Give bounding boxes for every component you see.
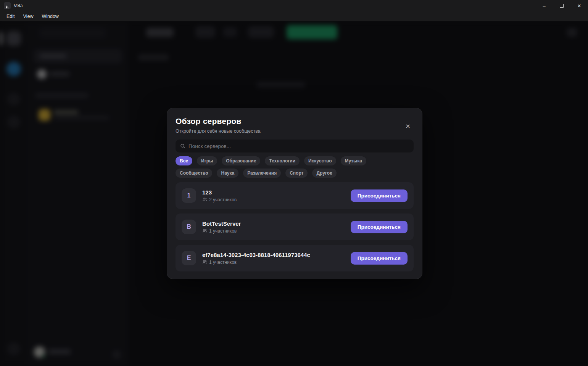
category-chip-all[interactable]: Все (176, 156, 192, 165)
modal-subtitle: Откройте для себя новые сообщества (176, 128, 414, 134)
close-window-button[interactable]: ✕ (570, 0, 588, 11)
maximize-button[interactable] (553, 0, 570, 11)
server-list: 1 123 2 участников Присоединиться B (176, 182, 414, 271)
join-server-button[interactable]: Присоединиться (351, 221, 408, 233)
category-filter-chips: Все Игры Образование Технологии Искусств… (176, 156, 389, 178)
category-chip-community[interactable]: Сообщество (176, 169, 212, 178)
server-name: BotTestServer (202, 220, 351, 227)
server-avatar: B (182, 220, 196, 234)
maximize-icon (560, 4, 564, 8)
modal-title: Обзор серверов (176, 117, 414, 126)
join-server-button[interactable]: Присоединиться (351, 189, 408, 202)
members-count: 1 участников (209, 260, 237, 265)
modal-close-button[interactable]: ✕ (404, 122, 412, 130)
window-titlebar: Vela – ✕ (0, 0, 588, 11)
category-chip-entertainment[interactable]: Развлечения (243, 169, 281, 178)
server-name: ef7e8a14-3023-4c03-8818-40611973644c (202, 252, 351, 258)
server-members: 1 участников (202, 228, 351, 234)
server-row-bottestserver: B BotTestServer 1 участников Присоединит… (176, 214, 414, 240)
window-controls: – ✕ (535, 0, 588, 11)
category-chip-education[interactable]: Образование (222, 156, 260, 165)
minimize-button[interactable]: – (535, 0, 553, 11)
category-chip-sport[interactable]: Спорт (285, 169, 308, 178)
server-avatar: E (182, 251, 196, 265)
members-icon (202, 260, 207, 265)
category-chip-other[interactable]: Другое (312, 169, 336, 178)
server-search-box[interactable] (176, 140, 414, 152)
search-icon (180, 143, 185, 149)
server-search-input[interactable] (188, 143, 409, 149)
members-icon (202, 228, 207, 233)
category-chip-art[interactable]: Искусство (304, 156, 336, 165)
menu-window[interactable]: Window (38, 13, 62, 20)
menu-view[interactable]: View (20, 13, 37, 20)
members-icon (202, 197, 207, 202)
app-logo-sail-icon (4, 2, 11, 9)
server-info: BotTestServer 1 участников (202, 220, 351, 234)
server-row-123: 1 123 2 участников Присоединиться (176, 182, 414, 209)
category-chip-science[interactable]: Наука (217, 169, 238, 178)
window-title: Vela (14, 3, 23, 8)
category-chip-music[interactable]: Музыка (341, 156, 366, 165)
server-info: ef7e8a14-3023-4c03-8818-40611973644c 1 у… (202, 252, 351, 265)
members-count: 2 участников (209, 197, 237, 202)
server-browser-modal: Обзор серверов Откройте для себя новые с… (167, 108, 422, 279)
menu-edit[interactable]: Edit (3, 13, 18, 20)
join-server-button[interactable]: Присоединиться (351, 252, 408, 265)
server-info: 123 2 участников (202, 189, 351, 202)
server-name: 123 (202, 189, 351, 196)
category-chip-games[interactable]: Игры (197, 156, 217, 165)
category-chip-technology[interactable]: Технологии (265, 156, 300, 165)
server-row-uuid: E ef7e8a14-3023-4c03-8818-40611973644c 1… (176, 245, 414, 271)
members-count: 1 участников (209, 228, 237, 234)
server-members: 1 участников (202, 260, 351, 265)
app-area: Обзор серверов Откройте для себя новые с… (0, 21, 588, 366)
server-members: 2 участников (202, 197, 351, 202)
server-avatar: 1 (182, 188, 196, 203)
menu-bar: Edit View Window (0, 11, 588, 21)
